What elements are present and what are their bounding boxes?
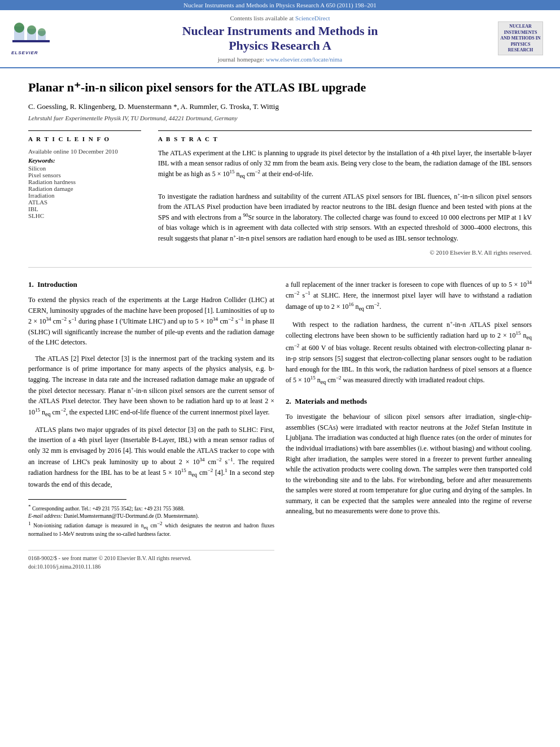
article-meta-section: A R T I C L E I N F O Available online 1… [28, 130, 532, 255]
svg-point-3 [27, 25, 36, 34]
journal-cover-container: NUCLEAR INSTRUMENTS AND METHODS IN PHYSI… [498, 21, 549, 55]
top-bar: Nuclear Instruments and Methods in Physi… [0, 0, 560, 10]
journal-url[interactable]: www.elsevier.com/locate/nima [266, 56, 343, 63]
page-footer: 0168-9002/$ - see front matter © 2010 El… [28, 550, 274, 571]
abstract-panel: A B S T R A C T The ATLAS experiment at … [158, 130, 532, 255]
sciencedirect-link[interactable]: ScienceDirect [295, 15, 330, 21]
intro-para-3: ATLAS plans two major upgrades of its pi… [28, 425, 274, 490]
article-info-panel: A R T I C L E I N F O Available online 1… [28, 130, 141, 255]
intro-para-2: The ATLAS [2] Pixel detector [3] is the … [28, 353, 274, 419]
journal-header-center: Contents lists available at ScienceDirec… [62, 15, 498, 63]
section-1-heading: 1. Introduction [28, 279, 274, 290]
keyword-silicon: Silicon [28, 165, 141, 172]
elsevier-tree-icon [11, 22, 51, 50]
footnote-divider [28, 499, 126, 500]
main-content: Planar n⁺-in-n silicon pixel sensors for… [0, 68, 560, 583]
journal-citation: Nuclear Instruments and Methods in Physi… [183, 2, 377, 8]
body-col-left: 1. Introduction To extend the physics re… [28, 279, 274, 571]
paper-title: Planar n⁺-in-n silicon pixel sensors for… [28, 80, 532, 96]
keyword-atlas: ATLAS [28, 199, 141, 206]
article-info-heading: A R T I C L E I N F O [28, 136, 141, 142]
intro-para-1: To extend the physics reach of the exper… [28, 295, 274, 348]
keyword-rad-damage: Radiation damage [28, 185, 141, 192]
body-col-right: a full replacement of the inner tracker … [286, 279, 532, 571]
abstract-heading: A B S T R A C T [158, 136, 532, 142]
available-online: Available online 10 December 2010 [28, 148, 141, 155]
keyword-ibl: IBL [28, 206, 141, 212]
keyword-irradiation: Irradiation [28, 192, 141, 199]
col2-para-2: With respect to the radiation hardness, … [286, 319, 532, 387]
svg-point-5 [38, 28, 46, 36]
col2-para-1: a full replacement of the inner tracker … [286, 279, 532, 313]
footnote-1: * Corresponding author. Tel.: +49 231 75… [28, 503, 274, 539]
contents-available-line: Contents lists available at ScienceDirec… [62, 15, 498, 21]
keyword-slhc: SLHC [28, 212, 141, 219]
keyword-rad-hardness: Radiation hardness [28, 178, 141, 185]
journal-cover-image: NUCLEAR INSTRUMENTS AND METHODS IN PHYSI… [498, 21, 543, 55]
section-2-heading: 2. Materials and methods [286, 396, 532, 407]
journal-homepage: journal homepage: www.elsevier.com/locat… [62, 56, 498, 63]
affiliation-line: Lehrstuhl fuer Experimentelle Physik IV,… [28, 115, 532, 121]
elsevier-brand-text: ELSEVIER [11, 50, 38, 55]
abstract-text: The ATLAS experiment at the LHC is plann… [158, 148, 532, 243]
elsevier-logo-container: ELSEVIER [11, 21, 62, 55]
svg-point-1 [14, 23, 24, 33]
elsevier-logo: ELSEVIER [11, 21, 56, 55]
col2-para-3: To investigate the behaviour of silicon … [286, 412, 532, 517]
journal-title: Nuclear Instruments and Methods in Physi… [62, 24, 498, 54]
body-columns: 1. Introduction To extend the physics re… [28, 279, 532, 571]
authors-line: C. Goessling, R. Klingenberg, D. Muenste… [28, 102, 532, 111]
keywords-list: Silicon Pixel sensors Radiation hardness… [28, 165, 141, 219]
keyword-pixel: Pixel sensors [28, 172, 141, 178]
copyright-line: © 2010 Elsevier B.V. All rights reserved… [158, 249, 532, 256]
section-divider [28, 267, 532, 268]
journal-header: ELSEVIER Contents lists available at Sci… [0, 10, 560, 68]
keywords-section: Keywords: Silicon Pixel sensors Radiatio… [28, 157, 141, 219]
svg-rect-6 [12, 40, 50, 42]
keywords-label: Keywords: [28, 157, 141, 164]
